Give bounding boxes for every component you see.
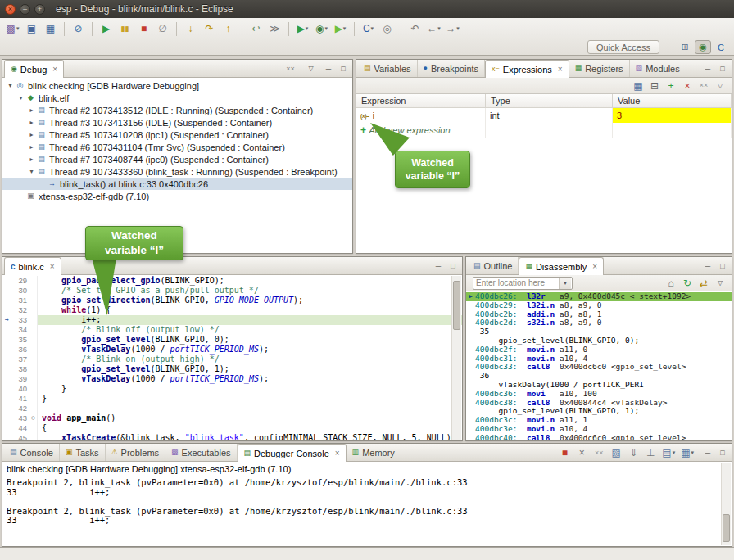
external-tools-button[interactable]: ▶▾	[294, 20, 311, 38]
show-type-names-icon[interactable]: ▦	[631, 79, 646, 93]
disassembly-instruction[interactable]: 400dbc36: movi a10, 100	[466, 390, 732, 399]
pin-console-icon[interactable]: ⊥	[643, 446, 658, 460]
tab-registers[interactable]: ▦Registers	[569, 60, 630, 77]
tree-expander-icon[interactable]: ▸	[27, 143, 36, 151]
last-edit-location-button[interactable]: ↶	[406, 20, 424, 38]
tree-expander-icon[interactable]: ▸	[27, 131, 36, 138]
view-menu-icon[interactable]: ▽	[713, 276, 727, 290]
fold-toggle-icon[interactable]: ⊖	[29, 413, 38, 423]
remove-expression-icon[interactable]: ×	[680, 79, 695, 93]
tab-memory[interactable]: ▥Memory	[347, 444, 401, 461]
tab-breakpoints[interactable]: ●Breakpoints	[418, 60, 486, 77]
maximize-view-icon[interactable]: □	[337, 62, 350, 75]
minimize-view-icon[interactable]: ─	[322, 62, 335, 75]
disassembly-instruction[interactable]: 400dbc2f: movi.n a11, 0	[466, 345, 732, 355]
location-input[interactable]	[473, 278, 559, 287]
refresh-icon[interactable]: ↻	[680, 276, 695, 290]
close-tab-icon[interactable]: ×	[50, 262, 55, 271]
save-button[interactable]: ▣	[23, 20, 40, 38]
disassembly-instruction[interactable]: 400dbc40: call8 0x400dc6c0 <gpio_set_lev…	[466, 434, 732, 440]
minimize-view-icon[interactable]: ─	[701, 62, 714, 75]
drop-to-frame-button[interactable]: ↩	[247, 20, 265, 38]
location-combo[interactable]: ▾	[473, 277, 573, 290]
code-line-41[interactable]: 41}	[2, 394, 462, 404]
dropdown-arrow-icon[interactable]: ▾	[16, 25, 20, 32]
scroll-lock-icon[interactable]: ⇓	[626, 446, 641, 460]
debug-button[interactable]: ◉▾	[313, 20, 330, 38]
dropdown-arrow-icon[interactable]: ▾	[324, 25, 328, 32]
forward-button[interactable]: →▾	[444, 20, 461, 38]
debug-tree-item[interactable]: ▸▤Thread #6 1073431104 (Tmr Svc) (Suspen…	[2, 141, 352, 153]
resume-button[interactable]: ▶	[97, 20, 115, 38]
window-close-button[interactable]: ×	[5, 4, 16, 15]
remove-launch-icon[interactable]: ×	[574, 446, 589, 460]
editor-scrollbar[interactable]	[451, 276, 461, 440]
expression-value-cell[interactable]	[613, 123, 732, 138]
debug-tree-item[interactable]: ▾▤Thread #9 1073433360 (blink_task : Run…	[2, 165, 352, 178]
code-line-38[interactable]: 38 gpio_set_level(BLINK_GPIO, 1);	[2, 364, 462, 374]
remove-all-expressions-icon[interactable]: ××	[696, 79, 711, 93]
clear-console-icon[interactable]: ▧	[609, 446, 623, 460]
code-line-30[interactable]: 30 /* Set the GPIO as a push/pull output…	[2, 286, 462, 296]
terminate-button[interactable]: ■	[135, 20, 152, 38]
skip-all-breakpoints-button[interactable]: ⊘	[70, 20, 87, 38]
remove-all-terminated-icon[interactable]: ××	[282, 61, 299, 78]
step-into-button[interactable]: ↓	[182, 20, 199, 38]
tab-variables[interactable]: ▤Variables	[358, 60, 418, 77]
debug-tree-item[interactable]: ▣xtensa-esp32-elf-gdb (7.10)	[2, 190, 352, 202]
search-button[interactable]: ◎	[378, 20, 396, 38]
quick-access-button[interactable]: Quick Access	[587, 40, 659, 54]
disassembly-instruction[interactable]: 400dbc2d: s32i.n a8, a9, 0	[466, 318, 732, 327]
minimize-view-icon[interactable]: ─	[701, 260, 714, 273]
tree-expander-icon[interactable]: ▸	[27, 156, 36, 163]
debug-tree-item[interactable]: →blink_task() at blink.c:33 0x400dbc26	[2, 178, 352, 190]
dropdown-arrow-icon[interactable]: ▾	[456, 25, 460, 32]
maximize-view-icon[interactable]: □	[716, 260, 729, 273]
code-editor[interactable]: 29 gpio_pad_select_gpio(BLINK_GPIO);30 /…	[2, 275, 462, 440]
close-tab-icon[interactable]: ×	[558, 65, 563, 74]
code-line-36[interactable]: 36 vTaskDelay(1000 / portTICK_PERIOD_MS)…	[2, 345, 462, 355]
open-perspective-icon[interactable]: ⊞	[677, 40, 693, 54]
dropdown-arrow-icon[interactable]: ▾	[371, 25, 374, 32]
new-wizard-button[interactable]: ▩▾	[4, 20, 21, 38]
tab-modules[interactable]: ▧Modules	[630, 60, 686, 77]
instruction-stepping-button[interactable]: ≫	[266, 20, 283, 38]
code-line-43[interactable]: 43⊖void app_main()	[2, 413, 462, 423]
step-over-button[interactable]: ↷	[201, 20, 218, 38]
code-line-42[interactable]: 42	[2, 404, 462, 413]
step-return-button[interactable]: ↑	[220, 20, 237, 38]
code-line-40[interactable]: 40 }	[2, 384, 462, 394]
close-tab-icon[interactable]: ×	[335, 449, 340, 458]
tree-expander-icon[interactable]: ▾	[27, 168, 36, 175]
dropdown-arrow-icon[interactable]: ▾	[437, 25, 441, 32]
remove-all-launches-icon[interactable]: ××	[591, 446, 606, 460]
code-line-37[interactable]: 37 /* Blink on (output high) */	[2, 355, 462, 364]
column-header-expression[interactable]: Expression	[356, 94, 486, 107]
tree-expander-icon[interactable]: ▾	[16, 94, 25, 102]
debug-tree-item[interactable]: ▸▤Thread #7 1073408744 (ipc0) (Suspended…	[2, 153, 352, 165]
code-line-31[interactable]: 31 gpio_set_direction(BLINK_GPIO, GPIO_M…	[2, 296, 462, 305]
tab-debug[interactable]: ◉ Debug ×	[4, 60, 64, 78]
back-button[interactable]: ←▾	[425, 20, 442, 38]
column-header-type[interactable]: Type	[486, 94, 613, 107]
new-c-cpp-project-button[interactable]: C▾	[360, 20, 377, 38]
terminate-icon[interactable]: ■	[557, 446, 572, 460]
add-expression-icon[interactable]: +	[664, 79, 678, 93]
close-tab-icon[interactable]: ×	[52, 65, 57, 74]
tab-tasks[interactable]: ▣Tasks	[60, 444, 106, 461]
scrollbar-thumb[interactable]	[723, 514, 730, 542]
dropdown-arrow-icon[interactable]: ▾	[306, 25, 309, 32]
tree-expander-icon[interactable]: ▸	[27, 106, 36, 114]
display-console-icon[interactable]: ▤▾	[660, 446, 677, 460]
view-menu-icon[interactable]: ▽	[302, 61, 319, 78]
disassembly-instruction[interactable]: 400dbc33: call8 0x400dc6c0 <gpio_set_lev…	[466, 363, 732, 372]
window-minimize-button[interactable]: –	[20, 4, 30, 15]
expression-name-cell[interactable]: (x)=i	[356, 108, 486, 123]
window-maximize-button[interactable]: +	[34, 4, 45, 15]
maximize-view-icon[interactable]: □	[716, 62, 729, 75]
code-line-45[interactable]: 45 xTaskCreate(&blink_task, "blink_task"…	[2, 433, 462, 440]
close-tab-icon[interactable]: ×	[592, 262, 597, 271]
maximize-view-icon[interactable]: □	[716, 446, 729, 459]
tab-problems[interactable]: ⚠Problems	[106, 444, 166, 461]
dropdown-arrow-icon[interactable]: ▾	[673, 449, 676, 456]
